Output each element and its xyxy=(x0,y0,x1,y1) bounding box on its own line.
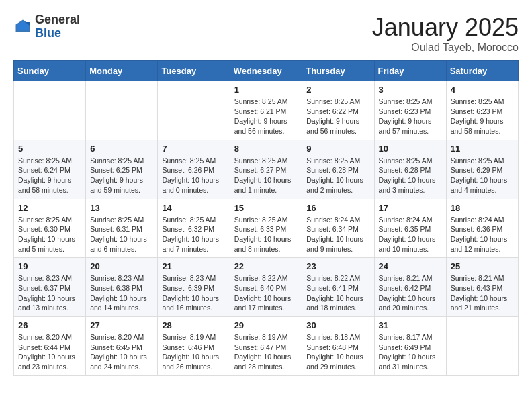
header-day-sunday: Sunday xyxy=(14,61,86,81)
calendar-cell: 24Sunrise: 8:21 AMSunset: 6:42 PMDayligh… xyxy=(374,258,446,317)
day-number: 8 xyxy=(234,144,298,154)
calendar-cell: 4Sunrise: 8:25 AMSunset: 6:23 PMDaylight… xyxy=(446,81,518,140)
calendar-cell: 26Sunrise: 8:20 AMSunset: 6:44 PMDayligh… xyxy=(14,317,86,376)
day-info: Sunrise: 8:25 AMSunset: 6:28 PMDaylight:… xyxy=(306,156,369,195)
header-day-saturday: Saturday xyxy=(446,61,518,81)
header-row: SundayMondayTuesdayWednesdayThursdayFrid… xyxy=(14,61,519,81)
day-info: Sunrise: 8:25 AMSunset: 6:23 PMDaylight:… xyxy=(451,97,514,136)
day-number: 30 xyxy=(306,320,369,330)
day-number: 2 xyxy=(306,85,369,95)
header-day-tuesday: Tuesday xyxy=(158,61,230,81)
calendar-cell: 25Sunrise: 8:21 AMSunset: 6:43 PMDayligh… xyxy=(446,258,518,317)
day-number: 10 xyxy=(379,144,442,154)
calendar-cell: 27Sunrise: 8:20 AMSunset: 6:45 PMDayligh… xyxy=(86,317,158,376)
logo-blue: Blue xyxy=(35,27,80,40)
calendar-cell: 17Sunrise: 8:24 AMSunset: 6:35 PMDayligh… xyxy=(374,199,446,258)
location-title: Oulad Tayeb, Morocco xyxy=(372,42,519,54)
day-number: 9 xyxy=(306,144,369,154)
day-info: Sunrise: 8:25 AMSunset: 6:31 PMDaylight:… xyxy=(90,215,153,255)
day-number: 5 xyxy=(18,144,81,154)
day-info: Sunrise: 8:25 AMSunset: 6:25 PMDaylight:… xyxy=(90,156,153,195)
calendar-header: SundayMondayTuesdayWednesdayThursdayFrid… xyxy=(14,61,519,81)
calendar-cell xyxy=(158,81,230,140)
day-info: Sunrise: 8:25 AMSunset: 6:26 PMDaylight:… xyxy=(162,156,225,195)
day-number: 22 xyxy=(234,261,298,271)
calendar-cell: 22Sunrise: 8:22 AMSunset: 6:40 PMDayligh… xyxy=(230,258,302,317)
day-number: 4 xyxy=(451,85,514,95)
day-info: Sunrise: 8:21 AMSunset: 6:42 PMDaylight:… xyxy=(379,273,442,313)
day-number: 31 xyxy=(379,320,442,330)
week-row-5: 26Sunrise: 8:20 AMSunset: 6:44 PMDayligh… xyxy=(14,317,519,376)
calendar-cell: 5Sunrise: 8:25 AMSunset: 6:24 PMDaylight… xyxy=(14,140,86,199)
logo-general: General xyxy=(35,13,80,27)
calendar-cell: 14Sunrise: 8:25 AMSunset: 6:32 PMDayligh… xyxy=(158,199,230,258)
calendar-cell: 30Sunrise: 8:18 AMSunset: 6:48 PMDayligh… xyxy=(302,317,374,376)
header-day-friday: Friday xyxy=(374,61,446,81)
calendar-cell: 6Sunrise: 8:25 AMSunset: 6:25 PMDaylight… xyxy=(86,140,158,199)
title-section: January 2025 Oulad Tayeb, Morocco xyxy=(372,13,519,54)
day-info: Sunrise: 8:20 AMSunset: 6:45 PMDaylight:… xyxy=(90,332,153,372)
day-info: Sunrise: 8:24 AMSunset: 6:34 PMDaylight:… xyxy=(306,215,369,255)
day-info: Sunrise: 8:22 AMSunset: 6:41 PMDaylight:… xyxy=(306,273,369,313)
header-day-monday: Monday xyxy=(86,61,158,81)
calendar-cell xyxy=(86,81,158,140)
day-info: Sunrise: 8:23 AMSunset: 6:37 PMDaylight:… xyxy=(18,273,81,313)
day-number: 6 xyxy=(90,144,153,154)
day-info: Sunrise: 8:25 AMSunset: 6:24 PMDaylight:… xyxy=(18,156,81,195)
day-info: Sunrise: 8:19 AMSunset: 6:46 PMDaylight:… xyxy=(162,332,225,372)
page-header: General Blue January 2025 Oulad Tayeb, M… xyxy=(13,13,519,54)
calendar-cell: 13Sunrise: 8:25 AMSunset: 6:31 PMDayligh… xyxy=(86,199,158,258)
day-number: 12 xyxy=(18,203,81,213)
day-info: Sunrise: 8:22 AMSunset: 6:40 PMDaylight:… xyxy=(234,273,298,313)
day-info: Sunrise: 8:21 AMSunset: 6:43 PMDaylight:… xyxy=(451,273,514,313)
header-day-wednesday: Wednesday xyxy=(230,61,302,81)
day-info: Sunrise: 8:25 AMSunset: 6:22 PMDaylight:… xyxy=(306,97,369,136)
calendar-cell: 10Sunrise: 8:25 AMSunset: 6:28 PMDayligh… xyxy=(374,140,446,199)
calendar-cell: 19Sunrise: 8:23 AMSunset: 6:37 PMDayligh… xyxy=(14,258,86,317)
day-number: 7 xyxy=(162,144,225,154)
day-number: 21 xyxy=(162,261,225,271)
calendar-cell: 15Sunrise: 8:25 AMSunset: 6:33 PMDayligh… xyxy=(230,199,302,258)
day-info: Sunrise: 8:25 AMSunset: 6:29 PMDaylight:… xyxy=(451,156,514,195)
day-number: 29 xyxy=(234,320,298,330)
calendar-cell: 3Sunrise: 8:25 AMSunset: 6:23 PMDaylight… xyxy=(374,81,446,140)
header-day-thursday: Thursday xyxy=(302,61,374,81)
calendar-cell: 8Sunrise: 8:25 AMSunset: 6:27 PMDaylight… xyxy=(230,140,302,199)
day-info: Sunrise: 8:25 AMSunset: 6:23 PMDaylight:… xyxy=(379,97,442,136)
day-number: 17 xyxy=(379,203,442,213)
calendar-cell xyxy=(446,317,518,376)
day-info: Sunrise: 8:18 AMSunset: 6:48 PMDaylight:… xyxy=(306,332,369,372)
logo-icon xyxy=(13,17,32,36)
week-row-4: 19Sunrise: 8:23 AMSunset: 6:37 PMDayligh… xyxy=(14,258,519,317)
day-info: Sunrise: 8:25 AMSunset: 6:28 PMDaylight:… xyxy=(379,156,442,195)
day-info: Sunrise: 8:25 AMSunset: 6:30 PMDaylight:… xyxy=(18,215,81,255)
week-row-3: 12Sunrise: 8:25 AMSunset: 6:30 PMDayligh… xyxy=(14,199,519,258)
calendar-cell: 23Sunrise: 8:22 AMSunset: 6:41 PMDayligh… xyxy=(302,258,374,317)
calendar-cell: 21Sunrise: 8:23 AMSunset: 6:39 PMDayligh… xyxy=(158,258,230,317)
day-number: 26 xyxy=(18,320,81,330)
logo: General Blue xyxy=(13,13,80,40)
day-info: Sunrise: 8:24 AMSunset: 6:35 PMDaylight:… xyxy=(379,215,442,255)
day-number: 20 xyxy=(90,261,153,271)
day-number: 14 xyxy=(162,203,225,213)
day-number: 24 xyxy=(379,261,442,271)
day-info: Sunrise: 8:25 AMSunset: 6:27 PMDaylight:… xyxy=(234,156,298,195)
calendar-cell: 16Sunrise: 8:24 AMSunset: 6:34 PMDayligh… xyxy=(302,199,374,258)
day-info: Sunrise: 8:25 AMSunset: 6:33 PMDaylight:… xyxy=(234,215,298,255)
calendar-cell: 2Sunrise: 8:25 AMSunset: 6:22 PMDaylight… xyxy=(302,81,374,140)
calendar-cell: 28Sunrise: 8:19 AMSunset: 6:46 PMDayligh… xyxy=(158,317,230,376)
calendar-cell: 18Sunrise: 8:24 AMSunset: 6:36 PMDayligh… xyxy=(446,199,518,258)
month-title: January 2025 xyxy=(372,13,519,42)
day-number: 25 xyxy=(451,261,514,271)
day-info: Sunrise: 8:20 AMSunset: 6:44 PMDaylight:… xyxy=(18,332,81,372)
calendar-cell: 12Sunrise: 8:25 AMSunset: 6:30 PMDayligh… xyxy=(14,199,86,258)
day-info: Sunrise: 8:24 AMSunset: 6:36 PMDaylight:… xyxy=(451,215,514,255)
day-info: Sunrise: 8:23 AMSunset: 6:39 PMDaylight:… xyxy=(162,273,225,313)
day-info: Sunrise: 8:23 AMSunset: 6:38 PMDaylight:… xyxy=(90,273,153,313)
calendar-cell: 29Sunrise: 8:19 AMSunset: 6:47 PMDayligh… xyxy=(230,317,302,376)
day-number: 13 xyxy=(90,203,153,213)
day-number: 19 xyxy=(18,261,81,271)
day-info: Sunrise: 8:19 AMSunset: 6:47 PMDaylight:… xyxy=(234,332,298,372)
day-number: 16 xyxy=(306,203,369,213)
logo-text: General Blue xyxy=(35,13,80,40)
